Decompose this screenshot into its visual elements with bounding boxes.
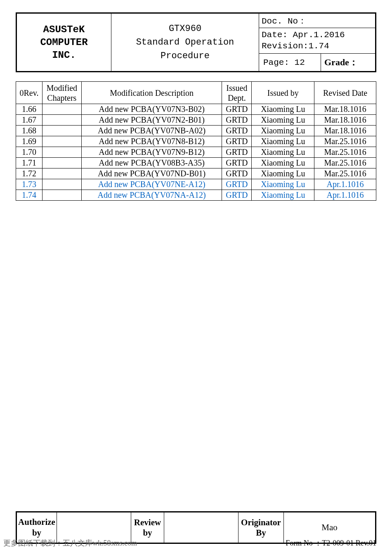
- cell-rev: 1.67: [16, 115, 43, 126]
- cell-dept: GRTD: [222, 158, 252, 168]
- cell-dept: GRTD: [222, 115, 252, 126]
- title-line1: GTX960: [169, 24, 201, 34]
- cell-revised-date: Mar.18.1016: [314, 104, 376, 115]
- table-row: 1.73Add new PCBA(YV07NE-A12)GRTDXiaoming…: [16, 179, 376, 190]
- cell-modified: [42, 136, 81, 147]
- cell-revised-date: Mar.25.1016: [314, 168, 376, 179]
- header-revised-date: Revised Date: [314, 82, 376, 104]
- table-row: 1.72Add new PCBA(YV07ND-B01)GRTDXiaoming…: [16, 168, 376, 179]
- cell-rev: 1.71: [16, 158, 43, 168]
- cell-modified: [42, 158, 81, 168]
- review-value: [164, 512, 239, 543]
- cell-description: Add new PCBA(YV07N9-B12): [81, 147, 222, 158]
- title-cell: GTX960 Standard Operation Procedure: [111, 13, 259, 72]
- cell-rev: 1.66: [16, 104, 43, 115]
- cell-description: Add new PCBA(YV07N8-B12): [81, 136, 222, 147]
- cell-dept: GRTD: [222, 104, 252, 115]
- cell-description: Add new PCBA(YV07NB-A02): [81, 126, 222, 136]
- cell-dept[interactable]: GRTD: [222, 179, 252, 190]
- cell-description[interactable]: Add new PCBA(YV07NA-A12): [81, 190, 222, 201]
- cell-modified[interactable]: [42, 190, 81, 201]
- cell-rev: 1.72: [16, 168, 43, 179]
- header-rev: 0Rev.: [16, 82, 43, 104]
- page-number: Page: 12: [259, 54, 321, 72]
- table-row: 1.69Add new PCBA(YV07N8-B12)GRTDXiaoming…: [16, 136, 376, 147]
- cell-dept: GRTD: [222, 136, 252, 147]
- header-description: Modification Description: [81, 82, 222, 104]
- cell-issued-by: Xiaoming Lu: [252, 136, 314, 147]
- cell-description: Add new PCBA(YV07N3-B02): [81, 104, 222, 115]
- cell-issued-by: Xiaoming Lu: [252, 147, 314, 158]
- cell-description[interactable]: Add new PCBA(YV07NE-A12): [81, 179, 222, 190]
- cell-revised-date: Mar.25.1016: [314, 136, 376, 147]
- footer-left-text: 更多图纸下载到：五八文库wk.58sms.com: [3, 538, 137, 548]
- cell-issued-by: Xiaoming Lu: [252, 104, 314, 115]
- table-row: 1.74Add new PCBA(YV07NA-A12)GRTDXiaoming…: [16, 190, 376, 201]
- footer-right-text: Form No ：T2-009-01 Rev.01: [286, 538, 376, 548]
- cell-issued-by[interactable]: Xiaoming Lu: [252, 190, 314, 201]
- originator-label: Originator By: [239, 512, 284, 543]
- grade-label: Grade：: [321, 54, 376, 72]
- company-line2: INC.: [52, 50, 76, 61]
- cell-rev: 1.70: [16, 147, 43, 158]
- revision-header-row: 0Rev. Modified Chapters Modification Des…: [16, 82, 376, 104]
- date-revision: Date: Apr.1.2016 Revision:1.74: [259, 28, 376, 53]
- revision-table: 0Rev. Modified Chapters Modification Des…: [16, 81, 376, 201]
- cell-issued-by: Xiaoming Lu: [252, 168, 314, 179]
- cell-dept: GRTD: [222, 126, 252, 136]
- cell-revised-date: Mar.25.1016: [314, 147, 376, 158]
- title-line2: Standard Operation Procedure: [136, 37, 234, 61]
- company-cell: ASUSTeK COMPUTER INC.: [17, 13, 111, 72]
- cell-issued-by: Xiaoming Lu: [252, 126, 314, 136]
- header-modified: Modified Chapters: [42, 82, 81, 104]
- cell-revised-date: Mar.18.1016: [314, 126, 376, 136]
- cell-dept: GRTD: [222, 168, 252, 179]
- cell-issued-by[interactable]: Xiaoming Lu: [252, 179, 314, 190]
- doc-no: Doc. No：: [259, 13, 376, 28]
- cell-rev: 1.68: [16, 126, 43, 136]
- cell-revised-date: Mar.25.1016: [314, 158, 376, 168]
- cell-issued-by: Xiaoming Lu: [252, 115, 314, 126]
- table-row: 1.67Add new PCBA(YV07N2-B01)GRTDXiaoming…: [16, 115, 376, 126]
- header-dept: Issued Dept.: [222, 82, 252, 104]
- cell-modified: [42, 104, 81, 115]
- cell-revised-date[interactable]: Apr.1.1016: [314, 179, 376, 190]
- cell-dept: GRTD: [222, 147, 252, 158]
- cell-dept[interactable]: GRTD: [222, 190, 252, 201]
- cell-modified: [42, 126, 81, 136]
- cell-modified: [42, 147, 81, 158]
- revision-label: Revision:1.74: [262, 41, 329, 51]
- header-issued-by: Issued by: [252, 82, 314, 104]
- cell-description: Add new PCBA(YV07ND-B01): [81, 168, 222, 179]
- cell-issued-by: Xiaoming Lu: [252, 158, 314, 168]
- date-label: Date: Apr.1.2016: [262, 30, 345, 40]
- company-line1: ASUSTeK COMPUTER: [40, 24, 87, 48]
- table-row: 1.68Add new PCBA(YV07NB-A02)GRTDXiaoming…: [16, 126, 376, 136]
- cell-modified[interactable]: [42, 179, 81, 190]
- cell-revised-date: Mar.18.1016: [314, 115, 376, 126]
- cell-modified: [42, 168, 81, 179]
- cell-modified: [42, 115, 81, 126]
- cell-revised-date[interactable]: Apr.1.1016: [314, 190, 376, 201]
- cell-rev: 1.69: [16, 136, 43, 147]
- table-row: 1.70Add new PCBA(YV07N9-B12)GRTDXiaoming…: [16, 147, 376, 158]
- cell-rev[interactable]: 1.74: [16, 190, 43, 201]
- cell-description: Add new PCBA(YV08B3-A35): [81, 158, 222, 168]
- cell-rev[interactable]: 1.73: [16, 179, 43, 190]
- table-row: 1.66Add new PCBA(YV07N3-B02)GRTDXiaoming…: [16, 104, 376, 115]
- header-table: ASUSTeK COMPUTER INC. GTX960 Standard Op…: [16, 12, 376, 72]
- table-row: 1.71Add new PCBA(YV08B3-A35)GRTDXiaoming…: [16, 158, 376, 168]
- cell-description: Add new PCBA(YV07N2-B01): [81, 115, 222, 126]
